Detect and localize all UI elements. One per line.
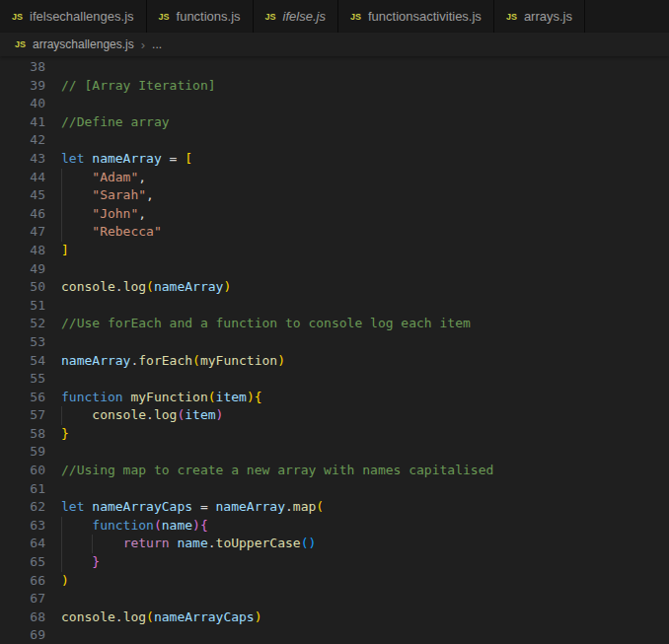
code-token: "Sarah" — [92, 187, 146, 202]
code-token: ( — [146, 279, 154, 294]
code-content[interactable]: function myFunction(item){ — [61, 389, 669, 407]
code-token: let — [61, 151, 92, 166]
code-content[interactable] — [61, 443, 669, 462]
code-content[interactable]: console.log(nameArray) — [61, 278, 669, 297]
code-content[interactable]: } — [61, 425, 669, 444]
breadcrumb-file[interactable]: arrayschallenges.js — [33, 37, 134, 51]
code-content[interactable]: "Sarah", — [61, 186, 669, 205]
code-token: return — [123, 536, 178, 550]
code-content[interactable] — [61, 333, 669, 352]
code-content[interactable] — [61, 626, 669, 644]
indent-guide — [92, 535, 93, 553]
code-token: { — [200, 518, 208, 533]
code-content[interactable]: "Adam", — [61, 169, 669, 187]
code-content[interactable]: let nameArrayCaps = nameArray.map( — [61, 498, 669, 517]
code-token — [61, 518, 92, 533]
tab-ifelsechallenges.js[interactable]: JSifelsechallenges.js — [0, 0, 147, 33]
code-content[interactable]: // [Array Iteration] — [61, 77, 669, 96]
line-number[interactable]: 41 — [0, 113, 45, 132]
code-line: 52//Use forEach and a function to consol… — [0, 315, 669, 333]
line-number[interactable]: 55 — [0, 370, 45, 389]
line-number[interactable]: 63 — [0, 517, 45, 536]
code-content[interactable]: console.log(item) — [61, 406, 669, 425]
code-token: //Use forEach and a function to console … — [61, 316, 471, 330]
code-line: 48] — [0, 242, 669, 260]
code-content[interactable] — [61, 260, 669, 279]
code-content[interactable]: ) — [61, 572, 669, 591]
line-number[interactable]: 54 — [0, 352, 45, 371]
code-token: //Using map to create a new array with n… — [61, 463, 493, 477]
code-content[interactable] — [61, 370, 669, 389]
line-number[interactable]: 60 — [0, 462, 45, 480]
code-content[interactable] — [61, 131, 669, 150]
line-number[interactable]: 65 — [0, 553, 45, 572]
line-number[interactable]: 49 — [0, 260, 45, 279]
code-token: , — [138, 206, 146, 221]
code-content[interactable]: ] — [61, 242, 669, 260]
line-number[interactable]: 43 — [0, 150, 45, 169]
code-token: nameArray — [154, 279, 223, 294]
breadcrumb-ellipsis[interactable]: ... — [152, 37, 162, 51]
tab-ifelse.js[interactable]: JSifelse.js — [254, 0, 338, 33]
line-number[interactable]: 53 — [0, 333, 45, 352]
indent-guide — [61, 553, 62, 572]
code-content[interactable]: let nameArray = [ — [61, 150, 669, 169]
line-number[interactable]: 66 — [0, 572, 45, 591]
line-number[interactable]: 40 — [0, 95, 45, 113]
line-number[interactable]: 57 — [0, 406, 45, 425]
js-file-icon: JS — [265, 12, 276, 22]
code-content[interactable] — [61, 95, 669, 113]
line-number[interactable]: 58 — [0, 425, 45, 444]
code-token: console — [92, 407, 146, 422]
code-content[interactable] — [61, 58, 669, 77]
line-number[interactable]: 51 — [0, 297, 45, 316]
code-content[interactable]: "John", — [61, 205, 669, 224]
code-content[interactable]: nameArray.forEach(myFunction) — [61, 352, 669, 371]
line-number[interactable]: 68 — [0, 608, 45, 627]
code-content[interactable]: "Rebecca" — [61, 223, 669, 242]
line-number[interactable]: 48 — [0, 242, 45, 260]
code-token — [61, 206, 92, 221]
line-number[interactable]: 62 — [0, 498, 45, 517]
line-number[interactable]: 42 — [0, 131, 45, 150]
code-line: 39// [Array Iteration] — [0, 77, 669, 96]
code-content[interactable]: //Using map to create a new array with n… — [61, 462, 669, 480]
line-number[interactable]: 39 — [0, 77, 45, 96]
code-content[interactable]: return name.toUpperCase() — [61, 535, 669, 553]
line-number[interactable]: 59 — [0, 443, 45, 462]
line-number[interactable]: 44 — [0, 169, 45, 187]
code-content[interactable]: } — [61, 553, 669, 572]
code-content[interactable]: //Define array — [61, 113, 669, 132]
code-line: 58} — [0, 425, 669, 444]
code-token: myFunction — [130, 390, 207, 404]
code-token: toUpperCase — [216, 536, 301, 550]
code-content[interactable] — [61, 590, 669, 608]
line-number[interactable]: 61 — [0, 480, 45, 499]
line-number[interactable]: 50 — [0, 278, 45, 297]
code-token — [61, 187, 92, 202]
tab-functions.js[interactable]: JSfunctions.js — [147, 0, 254, 33]
line-number[interactable]: 45 — [0, 186, 45, 205]
line-number[interactable]: 38 — [0, 58, 45, 77]
code-content[interactable]: function(name){ — [61, 517, 669, 536]
tab-arrays.js[interactable]: JSarrays.js — [494, 0, 585, 33]
line-number[interactable]: 67 — [0, 590, 45, 608]
code-content[interactable]: //Use forEach and a function to console … — [61, 315, 669, 333]
code-content[interactable] — [61, 297, 669, 316]
line-number[interactable]: 46 — [0, 205, 45, 224]
line-number[interactable]: 56 — [0, 389, 45, 407]
line-number[interactable]: 47 — [0, 223, 45, 242]
code-token: nameArrayCaps — [92, 499, 192, 514]
code-token: "John" — [92, 206, 138, 221]
tab-functionsactivities.js[interactable]: JSfunctionsactivities.js — [338, 0, 494, 33]
line-number[interactable]: 52 — [0, 315, 45, 333]
code-token — [61, 554, 92, 569]
code-token: console — [61, 279, 115, 294]
code-editor[interactable]: 3839// [Array Iteration]4041//Define arr… — [0, 56, 669, 644]
code-token: //Define array — [61, 114, 170, 129]
line-number[interactable]: 64 — [0, 535, 45, 553]
code-content[interactable]: console.log(nameArrayCaps) — [61, 608, 669, 627]
code-token: function — [61, 390, 130, 404]
code-content[interactable] — [61, 480, 669, 499]
line-number[interactable]: 69 — [0, 626, 45, 644]
